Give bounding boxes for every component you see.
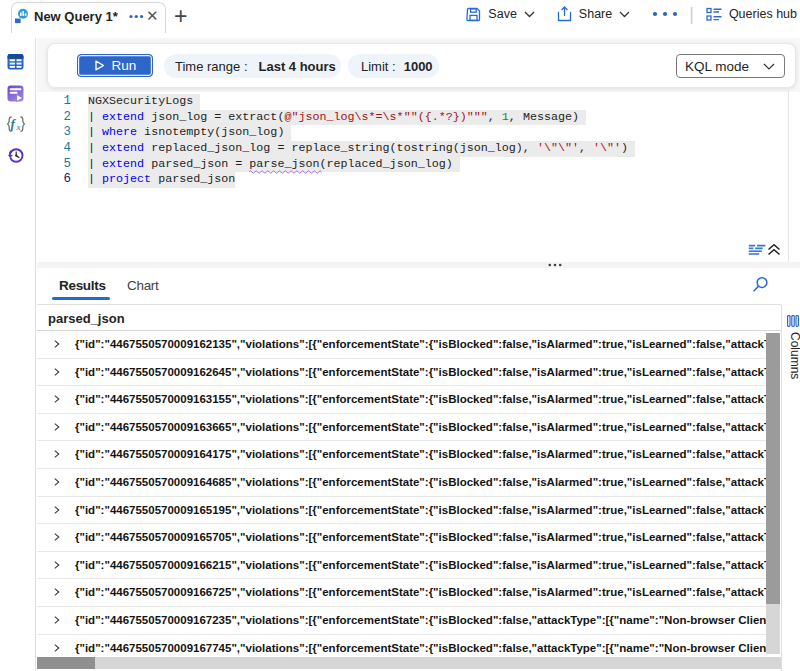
svg-text:x: x bbox=[16, 122, 21, 132]
